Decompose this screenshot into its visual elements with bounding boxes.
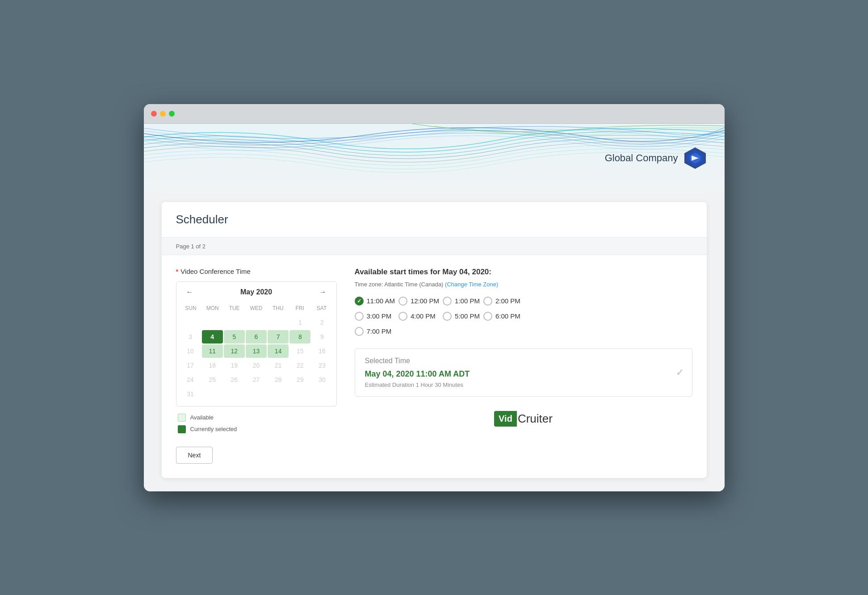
radio-100pm[interactable] (443, 297, 452, 306)
cal-day-empty (224, 387, 245, 401)
cal-day-4[interactable]: 4 (202, 330, 223, 344)
field-label: * Video Conference Time (176, 268, 337, 275)
radio-1200pm[interactable] (398, 297, 407, 306)
time-slot-1100am[interactable]: 11:00 AM (355, 297, 395, 306)
weekday-sun: SUN (180, 302, 202, 314)
cal-day-7[interactable]: 7 (268, 330, 289, 344)
cal-day-5[interactable]: 5 (224, 330, 245, 344)
right-panel: Available start times for May 04, 2020: … (355, 268, 692, 464)
time-label-1200pm: 12:00 PM (411, 297, 439, 305)
legend-available-box (178, 414, 186, 422)
radio-400pm[interactable] (398, 312, 407, 321)
close-button[interactable] (151, 111, 157, 117)
cal-day-22: 22 (289, 359, 310, 372)
selected-time-value: May 04, 2020 11:00 AM ADT (365, 369, 682, 379)
time-slot-100pm[interactable]: 1:00 PM (443, 297, 480, 306)
time-label-600pm: 6:00 PM (495, 312, 520, 320)
cal-day-28: 28 (268, 373, 289, 386)
time-slot-400pm[interactable]: 4:00 PM (398, 312, 439, 321)
radio-300pm[interactable] (355, 312, 364, 321)
legend-available: Available (178, 414, 337, 422)
company-logo-icon (683, 147, 707, 170)
time-slot-300pm[interactable]: 3:00 PM (355, 312, 395, 321)
cal-day-3: 3 (180, 330, 201, 344)
weekday-wed: WED (245, 302, 267, 314)
time-slot-600pm[interactable]: 6:00 PM (483, 312, 520, 321)
card-header: Scheduler (162, 202, 707, 238)
cal-day-8[interactable]: 8 (289, 330, 310, 344)
time-label-100pm: 1:00 PM (455, 297, 480, 305)
radio-600pm[interactable] (483, 312, 492, 321)
cal-day-14[interactable]: 14 (268, 344, 289, 358)
cal-day-20: 20 (246, 359, 267, 372)
time-label-300pm: 3:00 PM (367, 312, 392, 320)
next-button[interactable]: Next (176, 447, 213, 464)
radio-1100am[interactable] (355, 297, 364, 306)
cal-day-17: 17 (180, 359, 201, 372)
available-times-header: Available start times for May 04, 2020: (355, 268, 692, 277)
calendar-grid: SUN MON TUE WED THU FRI SAT (176, 302, 336, 406)
next-month-button[interactable]: → (316, 287, 329, 297)
time-slot-200pm[interactable]: 2:00 PM (483, 297, 520, 306)
cal-day-29: 29 (289, 373, 310, 386)
minimize-button[interactable] (160, 111, 166, 117)
cal-day-11[interactable]: 11 (202, 344, 223, 358)
calendar-days: 1 2 3 4 5 6 7 8 9 10 (180, 316, 333, 401)
page-indicator: Page 1 of 2 (176, 243, 206, 250)
time-slot-700pm[interactable]: 7:00 PM (355, 327, 395, 336)
cal-day-empty (246, 316, 267, 329)
cal-day-25: 25 (202, 373, 223, 386)
cal-day-12[interactable]: 12 (224, 344, 245, 358)
cal-day-6[interactable]: 6 (246, 330, 267, 344)
vidcruiter-logo: Vid Cruiter (355, 411, 692, 427)
radio-500pm[interactable] (443, 312, 452, 321)
radio-200pm[interactable] (483, 297, 492, 306)
selected-time-label: Selected Time (365, 357, 682, 365)
legend-selected: Currently selected (178, 425, 337, 433)
cal-day-15: 15 (289, 344, 310, 358)
company-name: Global Company (605, 152, 678, 164)
cal-day-31: 31 (180, 387, 201, 401)
maximize-button[interactable] (169, 111, 175, 117)
cal-day-empty (268, 316, 289, 329)
cal-day-27: 27 (246, 373, 267, 386)
cal-day-empty (202, 387, 223, 401)
time-slot-1200pm[interactable]: 12:00 PM (398, 297, 439, 306)
time-label-700pm: 7:00 PM (367, 327, 392, 335)
cal-day-empty (180, 316, 201, 329)
check-icon: ✓ (676, 367, 684, 378)
card-body: * Video Conference Time ← May 2020 → SUN (162, 255, 707, 478)
required-star: * (176, 268, 179, 275)
time-label-500pm: 5:00 PM (455, 312, 480, 320)
cal-day-9: 9 (311, 330, 332, 344)
cruiter-label: Cruiter (517, 412, 553, 426)
legend-selected-box (178, 425, 186, 433)
company-logo: Global Company (605, 147, 707, 170)
wave-header: Global Company (144, 124, 725, 193)
calendar: ← May 2020 → SUN MON TUE WED THU FR (176, 281, 337, 406)
scheduler-title: Scheduler (176, 213, 692, 226)
weekday-fri: FRI (289, 302, 311, 314)
timezone-line: Time zone: Atlantic Time (Canada) (Chang… (355, 281, 692, 288)
cal-day-1: 1 (289, 316, 310, 329)
cal-day-16: 16 (311, 344, 332, 358)
time-label-200pm: 2:00 PM (495, 297, 520, 305)
cal-day-2: 2 (311, 316, 332, 329)
cal-day-10: 10 (180, 344, 201, 358)
cal-day-empty (289, 387, 310, 401)
time-slot-500pm[interactable]: 5:00 PM (443, 312, 480, 321)
change-timezone-link[interactable]: (Change Time Zone) (445, 281, 498, 288)
cal-day-empty (224, 316, 245, 329)
cal-day-empty (246, 387, 267, 401)
weekday-sat: SAT (311, 302, 333, 314)
cal-day-21: 21 (268, 359, 289, 372)
radio-700pm[interactable] (355, 327, 364, 336)
cal-day-13[interactable]: 13 (246, 344, 267, 358)
cal-day-empty (268, 387, 289, 401)
cal-day-empty (202, 316, 223, 329)
selected-time-box: Selected Time May 04, 2020 11:00 AM ADT … (355, 348, 692, 397)
calendar-nav: ← May 2020 → (176, 282, 336, 302)
prev-month-button[interactable]: ← (184, 287, 196, 297)
legend-selected-label: Currently selected (190, 426, 237, 432)
main-content: Scheduler Page 1 of 2 * Video Conference… (144, 193, 725, 491)
